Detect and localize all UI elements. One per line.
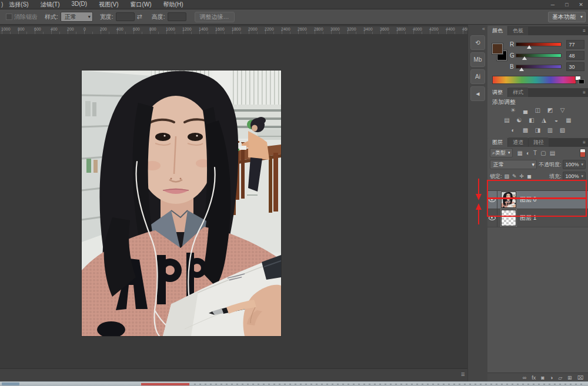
filter-pixel-layers-icon[interactable]: ▦ bbox=[517, 150, 523, 156]
layer-name[interactable]: 图层 0 bbox=[520, 196, 536, 204]
tab-paths[interactable]: 路径 bbox=[529, 137, 549, 147]
windows-taskbar[interactable] bbox=[0, 381, 588, 386]
layer-style-icon[interactable]: fx bbox=[532, 375, 536, 381]
slider-thumb-icon[interactable] bbox=[527, 45, 532, 49]
tab-adjustments[interactable]: 调整 bbox=[487, 88, 507, 97]
panel-resize-grip[interactable]: ≣ bbox=[460, 371, 465, 377]
taskbar-start-item[interactable] bbox=[2, 382, 19, 385]
filter-type-layers-icon[interactable]: T bbox=[533, 150, 537, 156]
canvas[interactable] bbox=[0, 34, 467, 369]
minimize-button[interactable]: ─ bbox=[546, 2, 560, 8]
vibrance-icon[interactable]: ▽ bbox=[559, 106, 567, 114]
workspace-switcher[interactable]: 基本功能 ▾ bbox=[548, 12, 586, 22]
fill-field[interactable]: 100% ▾ bbox=[563, 172, 586, 181]
brightness-contrast-icon[interactable]: ☀ bbox=[509, 106, 517, 114]
new-adjustment-layer-icon[interactable]: ◑ bbox=[550, 375, 553, 381]
layer-row-1[interactable]: 图层 1 bbox=[487, 209, 588, 227]
ruler-label: 3400 bbox=[363, 27, 373, 31]
panel-menu-icon[interactable]: ≡ bbox=[583, 140, 586, 145]
maximize-button[interactable]: □ bbox=[560, 2, 574, 8]
delete-layer-icon[interactable]: ⌧ bbox=[577, 375, 583, 381]
threshold-icon[interactable]: ◨ bbox=[534, 126, 542, 134]
new-layer-icon[interactable]: ⊞ bbox=[567, 375, 572, 381]
antialias-checkbox[interactable] bbox=[6, 14, 12, 20]
panel-menu-icon[interactable]: ≡ bbox=[583, 90, 586, 95]
history-panel-icon[interactable]: ⟲ bbox=[470, 35, 485, 50]
menubar-item[interactable]: 帮助(H) bbox=[158, 1, 189, 9]
new-group-icon[interactable]: ▱ bbox=[558, 375, 562, 381]
panel-menu-icon[interactable]: ≡ bbox=[583, 28, 586, 33]
r-value-field[interactable]: 77 bbox=[566, 40, 584, 49]
lock-paint-icon[interactable]: ✎ bbox=[512, 173, 517, 179]
curves-icon[interactable]: ◫ bbox=[534, 106, 542, 114]
menubar-item[interactable]: 滤镜(T) bbox=[35, 1, 66, 9]
color-balance-icon[interactable]: ☯ bbox=[515, 116, 523, 124]
photo-filter-icon[interactable]: ◮ bbox=[540, 116, 548, 124]
width-input[interactable] bbox=[116, 12, 135, 21]
b-value-field[interactable]: 30 bbox=[566, 62, 584, 71]
r-slider[interactable] bbox=[516, 42, 562, 46]
chevron-down-icon: ▾ bbox=[88, 14, 91, 19]
taskbar-active-item[interactable] bbox=[141, 383, 189, 385]
posterize-icon[interactable]: ▩ bbox=[522, 126, 530, 134]
filter-adjustment-layers-icon[interactable]: ◐ bbox=[526, 150, 530, 156]
collapse-panels-icon[interactable]: « bbox=[482, 26, 485, 32]
slider-thumb-icon[interactable] bbox=[519, 68, 524, 71]
invert-icon[interactable]: ◐ bbox=[509, 126, 517, 134]
lock-position-icon[interactable]: ✛ bbox=[520, 173, 524, 179]
levels-icon[interactable]: ▄ bbox=[522, 106, 530, 114]
layer-thumbnail[interactable] bbox=[501, 192, 516, 208]
tab-swatches[interactable]: 色板 bbox=[508, 26, 528, 35]
layer-name[interactable]: 图层 1 bbox=[520, 214, 536, 222]
menubar-item[interactable]: 视图(V) bbox=[93, 1, 124, 9]
tab-channels[interactable]: 通道 bbox=[508, 137, 528, 147]
layer-row-0[interactable]: 图层 0 bbox=[487, 191, 588, 209]
tab-styles[interactable]: 样式 bbox=[508, 88, 528, 97]
menubar-item[interactable]: 窗口(W) bbox=[124, 1, 157, 9]
lock-label: 锁定: bbox=[490, 173, 502, 180]
color-lookup-icon[interactable]: ▦ bbox=[564, 116, 573, 124]
layer-thumbnail-transparent[interactable] bbox=[501, 210, 516, 226]
foreground-color-swatch[interactable] bbox=[492, 43, 503, 54]
swap-dimensions-icon[interactable]: ⇄ bbox=[137, 13, 142, 21]
mini-bridge-panel-icon[interactable]: Mb bbox=[470, 52, 485, 67]
photo-canvas[interactable] bbox=[82, 71, 281, 336]
refine-edge-button[interactable]: 调整边缘… bbox=[195, 12, 235, 22]
menubar-item[interactable]: 3D(D) bbox=[65, 1, 93, 9]
eye-icon bbox=[489, 197, 496, 202]
ruler[interactable]: 1000800600400200020040060080010001200140… bbox=[0, 26, 467, 35]
lock-all-icon[interactable]: ◼ bbox=[527, 173, 531, 179]
menubar-item[interactable]: 选择(S) bbox=[3, 1, 34, 9]
g-value-field[interactable]: 48 bbox=[566, 51, 584, 60]
filter-kind-select[interactable]: ⌕ 类型 ▾ bbox=[490, 148, 513, 157]
filter-shape-layers-icon[interactable]: ▢ bbox=[540, 150, 546, 156]
close-button[interactable]: ✕ bbox=[574, 2, 588, 8]
filter-smart-objects-icon[interactable]: ▤ bbox=[550, 150, 555, 156]
gradient-map-icon[interactable]: ▥ bbox=[546, 126, 554, 134]
height-input[interactable] bbox=[168, 12, 186, 21]
add-layer-mask-icon[interactable]: ◙ bbox=[541, 375, 544, 381]
opacity-field[interactable]: 100% ▾ bbox=[563, 160, 586, 169]
lock-transparency-icon[interactable]: ▨ bbox=[505, 173, 510, 179]
blend-mode-select[interactable]: 正常 ▾ bbox=[490, 160, 537, 169]
hue-saturation-icon[interactable]: ▤ bbox=[503, 116, 511, 124]
slider-thumb-icon[interactable] bbox=[522, 56, 527, 60]
selective-color-icon[interactable]: ▧ bbox=[559, 126, 567, 134]
black-swatch[interactable] bbox=[579, 79, 584, 84]
color-spectrum-ramp[interactable] bbox=[492, 76, 576, 84]
visibility-toggle[interactable] bbox=[487, 209, 497, 227]
tab-layers[interactable]: 图层 bbox=[487, 137, 507, 147]
exposure-icon[interactable]: ◩ bbox=[546, 106, 554, 114]
notes-panel-icon[interactable]: ◄ bbox=[470, 86, 485, 101]
tab-color[interactable]: 颜色 bbox=[487, 26, 507, 35]
g-slider[interactable] bbox=[516, 53, 562, 58]
illustrator-panel-icon[interactable]: Ai bbox=[470, 69, 485, 84]
channel-mixer-icon[interactable]: ◒ bbox=[552, 116, 560, 124]
visibility-toggle[interactable] bbox=[487, 191, 497, 209]
style-select[interactable]: 正常 ▾ bbox=[61, 12, 93, 22]
black-white-icon[interactable]: ◧ bbox=[527, 116, 536, 124]
layers-panel-body: ⌕ 类型 ▾ ▦◐T▢▤ 正常 ▾ 不透明度: 100% ▾ bbox=[487, 147, 588, 382]
b-slider[interactable] bbox=[516, 65, 562, 69]
filter-toggle-switch[interactable] bbox=[580, 149, 586, 157]
link-layers-icon[interactable]: ∞ bbox=[523, 375, 526, 381]
